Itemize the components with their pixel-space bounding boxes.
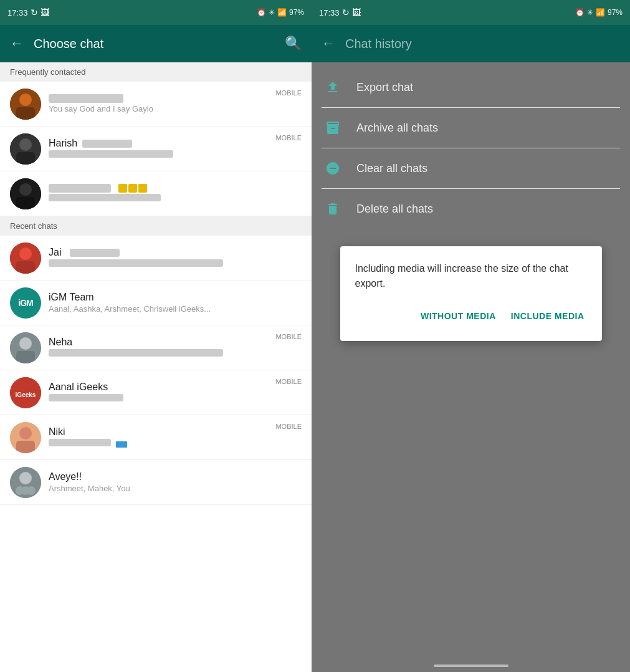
left-app-bar: ← Choose chat 🔍 (0, 25, 312, 62)
contact-badge: MOBILE (275, 332, 302, 340)
archive-chats-label: Archive all chats (356, 122, 438, 135)
right-status-bar: 17:33 ↻ 🖼 ⏰ ✳ 📶 97% (312, 0, 630, 25)
contact-message (49, 349, 275, 358)
svg-rect-8 (16, 197, 35, 209)
left-title: Choose chat (34, 37, 275, 51)
contact-message (49, 150, 275, 160)
avatar: iGeeks (10, 377, 41, 408)
delete-chats-label: Delete all chats (356, 203, 433, 216)
delete-chats-item[interactable]: Delete all chats (312, 189, 630, 229)
list-item[interactable]: You say God and I say Gaylo MOBILE (0, 82, 312, 127)
right-status-bar-right: ⏰ ✳ 📶 97% (575, 8, 623, 17)
dialog-overlay: Including media will increase the size o… (312, 234, 630, 660)
contact-message (49, 259, 302, 269)
contact-name: Jai (49, 247, 302, 258)
svg-point-24 (27, 486, 36, 495)
section-header-frequent: Frequently contacted (0, 62, 312, 82)
right-back-button[interactable]: ← (322, 36, 335, 52)
contact-badge: MOBILE (275, 133, 302, 142)
left-time: 17:33 (7, 8, 28, 17)
contact-message: You say God and I say Gaylo (49, 104, 275, 113)
contact-name: Niki (49, 426, 275, 438)
contact-info: Neha (49, 337, 275, 358)
avatar (10, 242, 41, 274)
contact-message (49, 394, 275, 403)
avatar (10, 467, 41, 498)
contact-name (49, 184, 302, 193)
left-panel: 17:33 ↻ 🖼 ⏰ ✳ 📶 97% ← Choose chat 🔍 Freq… (0, 0, 312, 672)
contact-badge: MOBILE (275, 421, 302, 430)
contact-name: iGM Team (49, 292, 302, 303)
clear-chats-item[interactable]: Clear all chats (312, 148, 630, 188)
left-status-bar-left: 17:33 ↻ 🖼 (7, 7, 49, 17)
without-media-button[interactable]: WITHOUT MEDIA (418, 306, 499, 326)
section-header-recent: Recent chats (0, 216, 312, 236)
contact-info: Aveye!! Arshmeet, Mahek, You (49, 471, 302, 493)
blurred-name-suffix (82, 140, 132, 148)
signal-icon: 📶 (596, 8, 605, 17)
contact-info: Aanal iGeeks (49, 382, 275, 403)
contact-name (49, 94, 275, 103)
contact-name-text: Niki (49, 426, 65, 438)
search-button[interactable]: 🔍 (285, 36, 302, 52)
right-time: 17:33 (319, 8, 340, 17)
contact-name-text: Aanal iGeeks (49, 382, 108, 393)
contact-list: Frequently contacted You say God and I s… (0, 62, 312, 660)
contact-message (49, 194, 302, 203)
contact-info: iGM Team Aanal, Aashka, Arshmeet, Chrisw… (49, 292, 302, 314)
bluetooth-icon: ✳ (587, 8, 593, 17)
list-item[interactable]: iGM iGM Team Aanal, Aashka, Arshmeet, Ch… (0, 281, 312, 325)
archive-chats-item[interactable]: Archive all chats (312, 108, 630, 148)
svg-rect-11 (16, 261, 35, 274)
list-item[interactable] (0, 171, 312, 216)
svg-point-10 (19, 247, 32, 260)
right-panel: 17:33 ↻ 🖼 ⏰ ✳ 📶 97% ← Chat history Expor… (312, 0, 630, 672)
contact-name-text: Aveye!! (49, 471, 82, 482)
include-media-button[interactable]: INCLUDE MEDIA (508, 306, 587, 326)
svg-rect-19 (16, 441, 35, 453)
right-status-bar-left: 17:33 ↻ 🖼 (319, 7, 361, 17)
contact-name: Aanal iGeeks (49, 382, 275, 393)
contact-message: Aanal, Aashka, Arshmeet, Chriswell iGeek… (49, 304, 302, 314)
contact-info: Niki (49, 426, 275, 448)
list-item[interactable]: iGeeks Aanal iGeeks MOBILE (0, 370, 312, 415)
list-item[interactable]: Jai (0, 236, 312, 281)
dialog-buttons: WITHOUT MEDIA INCLUDE MEDIA (355, 306, 587, 326)
list-item[interactable]: Aveye!! Arshmeet, Mahek, You (0, 460, 312, 505)
avatar (10, 422, 41, 453)
left-back-button[interactable]: ← (10, 36, 24, 52)
photo-icon: 🖼 (41, 7, 49, 17)
battery-icon: 📶 (277, 8, 287, 17)
svg-rect-2 (16, 107, 35, 120)
svg-text:iGeeks: iGeeks (16, 391, 36, 398)
right-home-indicator (312, 660, 630, 672)
avatar (10, 133, 41, 165)
avatar (10, 89, 41, 120)
menu-list: Export chat Archive all chats Clear all … (312, 62, 630, 234)
svg-point-7 (19, 183, 32, 196)
avatar (10, 332, 41, 363)
contact-name-text: iGM Team (49, 292, 94, 303)
export-dialog: Including media will increase the size o… (340, 246, 602, 341)
svg-rect-5 (16, 152, 35, 165)
export-icon (324, 79, 341, 96)
bluetooth-icon: ✳ (269, 8, 275, 17)
home-bar (434, 665, 508, 667)
clear-icon (324, 160, 341, 177)
export-chat-item[interactable]: Export chat (312, 67, 630, 107)
svg-point-21 (19, 472, 32, 484)
svg-point-13 (19, 337, 32, 350)
right-app-bar: ← Chat history (312, 25, 630, 62)
svg-point-18 (19, 427, 32, 439)
archive-icon (324, 119, 341, 137)
contact-name: Aveye!! (49, 471, 302, 482)
left-battery-pct: 97% (289, 8, 304, 17)
home-bar (118, 665, 193, 667)
contact-message (49, 439, 275, 448)
list-item[interactable]: Harish MOBILE (0, 127, 312, 171)
alarm-icon: ⏰ (575, 8, 585, 17)
contact-info: Harish (49, 138, 275, 160)
sync-icon: ↻ (31, 7, 38, 17)
list-item[interactable]: Niki MOBILE (0, 415, 312, 460)
list-item[interactable]: Neha MOBILE (0, 325, 312, 370)
